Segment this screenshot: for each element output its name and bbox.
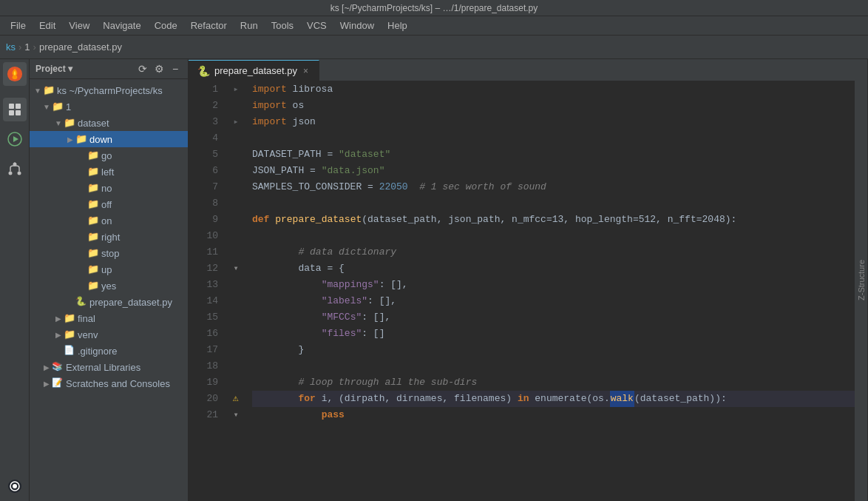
gutter-15 — [226, 309, 246, 326]
gutter-9 — [226, 212, 246, 228]
gutter-4 — [226, 130, 246, 147]
code-line-16: "files": [] — [252, 326, 855, 342]
line-numbers: 1 2 3 4 5 6 7 8 9 10 11 12 13 14 15 16 1… — [189, 81, 226, 501]
menu-run[interactable]: Run — [234, 19, 264, 33]
z-structure-panel[interactable]: Z-Structure — [855, 59, 868, 501]
menu-help[interactable]: Help — [382, 19, 413, 33]
breadcrumb-file[interactable]: prepare_dataset.py — [39, 41, 122, 53]
tree-folder-venv[interactable]: ▶ 📁 venv — [30, 326, 188, 343]
tree-file-prepare[interactable]: 🐍 prepare_dataset.py — [30, 294, 188, 310]
sidebar-actions: ⟳ ⚙ − — [136, 62, 182, 75]
tab-file-icon: 🐍 — [197, 65, 210, 77]
code-line-9: def prepare_dataset(dataset_path, json_p… — [252, 212, 855, 228]
gutter-19 — [226, 374, 246, 391]
svg-point-8 — [8, 172, 12, 175]
menu-view[interactable]: View — [63, 19, 95, 33]
tree-folder-down[interactable]: ▶ 📁 down — [30, 131, 188, 147]
tree-folder-1[interactable]: ▼ 📁 1 — [30, 98, 188, 115]
code-line-18 — [252, 358, 855, 374]
sidebar-sync-btn[interactable]: ⟳ — [136, 62, 149, 75]
sidebar-gear-btn[interactable]: ⚙ — [152, 62, 166, 75]
tree-folder-no[interactable]: 📁 no — [30, 180, 188, 196]
toolwindow-git[interactable] — [3, 157, 27, 181]
tree-folder-final[interactable]: ▶ 📁 final — [30, 310, 188, 326]
code-line-20: for i, (dirpath, dirnames, filenames) in… — [252, 391, 855, 407]
tree-folder-yes[interactable]: 📁 yes — [30, 278, 188, 294]
main-layout: Project ▾ ⟳ ⚙ − ▼ 📁 ks ~/PycharmProjects… — [0, 59, 868, 501]
tab-label: prepare_dataset.py — [214, 65, 297, 76]
tree-folder-up[interactable]: 📁 up — [30, 261, 188, 278]
tree-external-libraries[interactable]: ▶ 📚 External Libraries — [30, 359, 188, 375]
obs-icon[interactable] — [3, 474, 27, 498]
svg-rect-2 — [16, 104, 21, 109]
menu-file[interactable]: File — [4, 19, 32, 33]
menu-vcs[interactable]: VCS — [301, 19, 333, 33]
code-line-15: "MFCCs": [], — [252, 309, 855, 326]
gutter-5 — [226, 147, 246, 163]
menu-refactor[interactable]: Refactor — [185, 19, 233, 33]
gutter-7 — [226, 179, 246, 195]
tab-bar: 🐍 prepare_dataset.py × — [189, 59, 855, 81]
code-line-10 — [252, 228, 855, 244]
gutter-16 — [226, 326, 246, 342]
toolbar: ks › 1 › prepare_dataset.py — [0, 36, 868, 59]
code-line-6: JSON_PATH = "data.json" — [252, 163, 855, 179]
code-line-3: import json — [252, 114, 855, 130]
title-text: ks [~/PycharmProjects/ks] – …/1/prepare_… — [330, 3, 538, 13]
menu-edit[interactable]: Edit — [33, 19, 61, 33]
tree-folder-dataset[interactable]: ▼ 📁 dataset — [30, 115, 188, 131]
code-line-11: # data dictionary — [252, 244, 855, 260]
toolwindow-project[interactable] — [3, 98, 27, 121]
code-line-8 — [252, 195, 855, 212]
menu-navigate[interactable]: Navigate — [97, 19, 146, 33]
code-line-5: DATASET_PATH = "dataset" — [252, 147, 855, 163]
breadcrumb-ks[interactable]: ks — [6, 41, 16, 53]
code-line-17: } — [252, 342, 855, 358]
gutter-2 — [226, 98, 246, 114]
file-tree: ▼ 📁 ks ~/PycharmProjects/ks ▼ 📁 1 ▼ 📁 da… — [30, 79, 188, 501]
gutter-8 — [226, 195, 246, 212]
activity-bar — [0, 59, 30, 501]
gutter-3: ▸ — [226, 114, 246, 130]
editor-area: 🐍 prepare_dataset.py × 1 2 3 4 5 6 7 8 9… — [189, 59, 855, 501]
tree-folder-right[interactable]: 📁 right — [30, 229, 188, 245]
sidebar-header: Project ▾ ⟳ ⚙ − — [30, 59, 188, 79]
tab-close-btn[interactable]: × — [302, 65, 310, 77]
menu-tools[interactable]: Tools — [265, 19, 299, 33]
tree-folder-on[interactable]: 📁 on — [30, 212, 188, 229]
title-bar: ks [~/PycharmProjects/ks] – …/1/prepare_… — [0, 0, 868, 16]
pycharm-logo — [3, 62, 27, 86]
tree-folder-go[interactable]: 📁 go — [30, 147, 188, 164]
editor-content[interactable]: 1 2 3 4 5 6 7 8 9 10 11 12 13 14 15 16 1… — [189, 81, 855, 501]
code-line-14: "labels": [], — [252, 293, 855, 309]
tree-root[interactable]: ▼ 📁 ks ~/PycharmProjects/ks — [30, 82, 188, 98]
code-line-7: SAMPLES_TO_CONSIDER = 22050 # 1 sec wort… — [252, 179, 855, 195]
menu-window[interactable]: Window — [334, 19, 380, 33]
breadcrumb: ks › 1 › prepare_dataset.py — [6, 41, 122, 53]
svg-point-13 — [13, 484, 17, 488]
tab-prepare-dataset[interactable]: 🐍 prepare_dataset.py × — [189, 60, 319, 81]
code-line-13: "mappings": [], — [252, 277, 855, 293]
sidebar-collapse-btn[interactable]: − — [169, 62, 182, 75]
svg-rect-3 — [9, 110, 14, 115]
code-area[interactable]: import librosa import os import json DAT… — [246, 81, 855, 501]
menu-code[interactable]: Code — [149, 19, 183, 33]
code-line-12: data = { — [252, 260, 855, 277]
gutter-11 — [226, 244, 246, 260]
gutter-1: ▸ — [226, 81, 246, 98]
tree-folder-stop[interactable]: 📁 stop — [30, 245, 188, 261]
tree-scratches[interactable]: ▶ 📝 Scratches and Consoles — [30, 375, 188, 391]
tree-file-gitignore[interactable]: 📄 .gitignore — [30, 343, 188, 359]
gutter-21: ▾ — [226, 407, 246, 423]
tree-folder-off[interactable]: 📁 off — [30, 196, 188, 212]
svg-marker-6 — [13, 136, 18, 142]
svg-rect-1 — [9, 104, 14, 109]
gutter-6 — [226, 163, 246, 179]
code-line-19: # loop through all the sub-dirs — [252, 374, 855, 391]
code-line-4 — [252, 130, 855, 147]
breadcrumb-1[interactable]: 1 — [24, 41, 30, 53]
gutter-18 — [226, 358, 246, 374]
toolwindow-run[interactable] — [3, 127, 27, 151]
tree-folder-left[interactable]: 📁 left — [30, 164, 188, 180]
gutter-10 — [226, 228, 246, 244]
